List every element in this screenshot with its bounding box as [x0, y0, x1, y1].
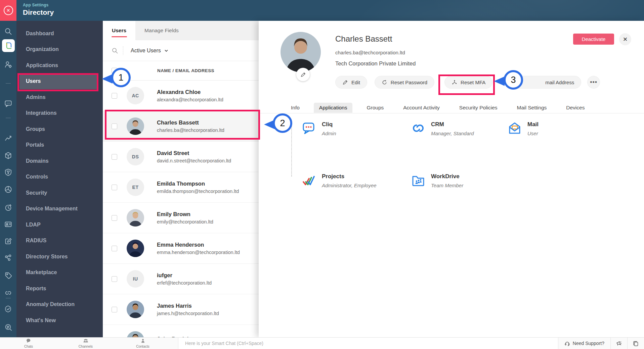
pencil-icon — [300, 72, 306, 78]
app-card-mail[interactable]: MailUser — [507, 121, 539, 136]
drawer-close-button[interactable]: ✕ — [619, 33, 631, 45]
doc-search-icon[interactable] — [4, 323, 12, 332]
sidebar-item-directory-stores[interactable]: Directory Stores — [16, 249, 103, 265]
table-row-charles-bassett[interactable]: Charles Bassettcharles.ba@techcorporatio… — [103, 111, 259, 142]
search-icon[interactable] — [4, 27, 12, 36]
funnel-icon[interactable] — [4, 168, 12, 177]
sidebar-item-portals[interactable]: Portals — [16, 137, 103, 153]
directory-app-icon[interactable] — [2, 39, 15, 52]
analytics-icon[interactable] — [4, 134, 12, 143]
chat-bubble-icon — [26, 338, 32, 344]
sidebar-item-admins[interactable]: Admins — [16, 89, 103, 105]
compose-icon[interactable] — [4, 237, 12, 245]
id-card-icon[interactable] — [4, 220, 12, 229]
sidebar-item-dashboard[interactable]: Dashboard — [16, 26, 103, 42]
sidebar-item-organization[interactable]: Organization — [16, 42, 103, 58]
tab-info[interactable]: Info — [286, 103, 305, 113]
table-row-james-harris[interactable]: James Harrisjames.h@techcorporation.ltd — [103, 294, 259, 325]
reset-password-button[interactable]: Reset Password — [375, 76, 434, 89]
app-roles: User — [527, 131, 539, 136]
sidebar-item-reports[interactable]: Reports — [16, 281, 103, 297]
row-checkbox[interactable] — [112, 154, 117, 160]
sidebar-item-integrations[interactable]: Integrations — [16, 105, 103, 121]
email-address-button[interactable]: mail Address — [505, 76, 581, 89]
shortcut-label: Contacts — [136, 345, 149, 348]
clipboard-button[interactable] — [627, 338, 644, 349]
sidebar-item-radius[interactable]: RADIUS — [16, 233, 103, 249]
app-name: Cliq — [322, 121, 336, 128]
active-users-filter[interactable]: Active Users — [131, 48, 161, 54]
app-card-workdrive[interactable]: WorkDriveTeam Member — [411, 173, 463, 188]
chats-shortcut[interactable]: Chats — [0, 338, 57, 348]
sidebar-item-controls[interactable]: Controls — [16, 169, 103, 185]
table-row-emma-henderson[interactable]: Emma Hendersonemma.henderson@techcorpora… — [103, 233, 259, 264]
sidebar-item-anomaly-detection[interactable]: Anomaly Detection — [16, 297, 103, 313]
chat-icon[interactable] — [4, 99, 12, 108]
row-checkbox[interactable] — [112, 93, 117, 99]
tab-devices[interactable]: Devices — [561, 103, 590, 113]
select-all-checkbox[interactable] — [112, 68, 117, 73]
user-text: iufgererfef@techcorporation.ltd — [157, 272, 212, 286]
row-checkbox[interactable] — [112, 185, 117, 190]
sidebar-item-domains[interactable]: Domains — [16, 153, 103, 169]
app-card-cliq[interactable]: CliqAdmin — [302, 121, 336, 136]
timer-icon[interactable] — [4, 203, 12, 211]
sidebar-item-users[interactable]: Users — [19, 73, 98, 90]
user-settings-icon[interactable] — [4, 60, 12, 69]
tab-applications[interactable]: Applications — [314, 103, 353, 113]
tab-groups[interactable]: Groups — [361, 103, 389, 113]
close-icon: ✕ — [623, 36, 628, 43]
table-row-david-street[interactable]: DSDavid Streetdavid.n.street@techcorpora… — [103, 142, 259, 172]
detail-user-email: charles.ba@techcorporation.ltd — [335, 50, 405, 55]
app-card-crm[interactable]: CRMManager, Standard — [411, 121, 474, 136]
contacts-shortcut[interactable]: Contacts — [114, 338, 171, 348]
verified-icon[interactable] — [4, 305, 12, 313]
sidebar-item-applications[interactable]: Applications — [16, 57, 103, 73]
tag-icon[interactable] — [4, 271, 12, 280]
table-row-emily-brown[interactable]: Emily Brownemily@techcorporation.ltd — [103, 203, 259, 233]
email-address-label: mail Address — [545, 80, 574, 85]
table-row-iufger[interactable]: IUiufgererfef@techcorporation.ltd — [103, 264, 259, 294]
tab-security-policies[interactable]: Security Policies — [454, 103, 503, 113]
avatar — [127, 240, 144, 257]
sidebar-item-security[interactable]: Security — [16, 185, 103, 201]
cube-icon[interactable] — [4, 151, 12, 160]
app-roles: Admin — [322, 131, 336, 136]
edit-button[interactable]: Edit — [335, 76, 367, 89]
deactivate-button[interactable]: Deactivate — [573, 34, 614, 45]
sidebar-item-device-management[interactable]: Device Management — [16, 201, 103, 217]
sidebar-item-ldap[interactable]: LDAP — [16, 217, 103, 233]
row-checkbox[interactable] — [112, 307, 117, 312]
row-checkbox[interactable] — [112, 276, 117, 282]
tab-manage-fields[interactable]: Manage Fields — [135, 21, 188, 40]
announcements-button[interactable] — [610, 338, 627, 349]
tab-account-activity[interactable]: Account Activity — [398, 103, 445, 113]
smart-chat-input[interactable] — [178, 338, 558, 349]
app-card-projects[interactable]: ProjectsAdministrator, Employee — [302, 173, 377, 188]
more-actions-button[interactable]: ••• — [587, 76, 600, 89]
tab-mail-settings[interactable]: Mail Settings — [512, 103, 552, 113]
row-checkbox[interactable] — [112, 215, 117, 221]
sidebar-item-what-s-new[interactable]: What's New — [16, 312, 103, 329]
link-icon[interactable] — [4, 289, 12, 297]
drawer-drag-handle[interactable] — [291, 120, 292, 177]
row-checkbox[interactable] — [112, 123, 117, 129]
reset-mfa-button[interactable]: Reset MFA — [444, 76, 492, 89]
table-row-john-patrick[interactable]: John Patrick — [103, 325, 259, 337]
chevron-down-icon[interactable] — [164, 49, 168, 53]
search-icon[interactable] — [112, 47, 118, 54]
app-roles: Administrator, Employee — [322, 183, 377, 188]
tab-users[interactable]: Users — [103, 21, 135, 40]
need-support-button[interactable]: Need Support? — [558, 338, 610, 349]
sidebar-item-marketplace[interactable]: Marketplace — [16, 265, 103, 281]
row-checkbox[interactable] — [112, 246, 117, 251]
table-row-alexandra-chloe[interactable]: ACAlexandra Chloealexandra@techcorporati… — [103, 81, 259, 111]
sidebar-item-groups[interactable]: Groups — [16, 121, 103, 137]
edit-avatar-button[interactable] — [296, 68, 310, 81]
share-icon[interactable] — [4, 254, 12, 262]
channels-shortcut[interactable]: Channels — [57, 338, 114, 348]
reset-password-label: Reset Password — [391, 80, 427, 85]
globe-icon[interactable] — [4, 185, 12, 194]
table-row-emilda-thompson[interactable]: ETEmilda Thompsonemilda.thompson@techcor… — [103, 172, 259, 203]
app-close-button[interactable]: ✕ — [0, 0, 16, 21]
